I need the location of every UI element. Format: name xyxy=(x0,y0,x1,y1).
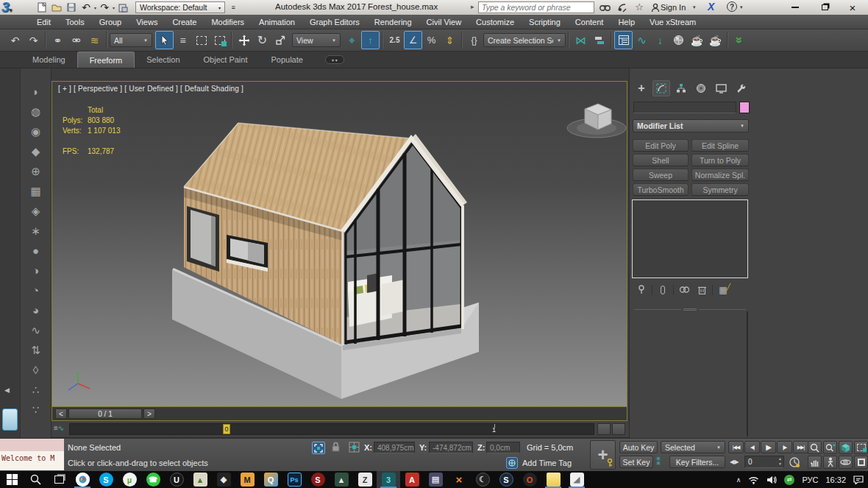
taskbar-photos-icon[interactable]: ◢ xyxy=(565,471,588,488)
modify-tab-icon[interactable] xyxy=(652,80,670,96)
time-slider-next-button[interactable]: > xyxy=(143,409,155,419)
maxscript-mini-listener[interactable]: Welcome to M xyxy=(0,451,65,470)
menu-views[interactable]: Views xyxy=(129,15,165,29)
time-marker[interactable]: 0 xyxy=(223,424,230,434)
select-and-move-icon[interactable] xyxy=(235,31,253,49)
zoom-region-icon[interactable] xyxy=(854,441,868,454)
redo-tool-icon[interactable]: ↷ xyxy=(24,31,43,49)
remove-modifier-icon[interactable] xyxy=(694,283,709,296)
project-folder-icon[interactable] xyxy=(116,1,129,13)
configure-modifier-sets-icon[interactable]: ▦╱ xyxy=(716,283,730,296)
freeform-tool-icon[interactable]: ∿ xyxy=(26,320,46,340)
freeform-tool-icon[interactable]: ∗ xyxy=(26,221,46,241)
viewport-menu-camera[interactable]: [ User Defined ] xyxy=(124,85,178,93)
taskbar-3ds-max-icon[interactable]: 3 xyxy=(377,471,400,488)
curve-editor-icon[interactable]: ∿ xyxy=(633,31,651,49)
close-button[interactable]: × xyxy=(842,1,864,14)
open-file-icon[interactable] xyxy=(50,1,63,13)
taskbar-zbrush-icon[interactable]: Z xyxy=(353,471,377,488)
render-setup-icon[interactable]: ☕ xyxy=(688,31,706,49)
modifier-button-normalize-spl[interactable]: Normalize Spl. xyxy=(691,169,749,181)
hierarchy-tab-icon[interactable] xyxy=(672,80,690,96)
menu-scripting[interactable]: Scripting xyxy=(522,15,568,29)
menu-vue-xstream[interactable]: Vue xStream xyxy=(642,15,703,29)
select-and-scale-icon[interactable] xyxy=(271,31,290,49)
x-coord-field[interactable]: 408,975cm xyxy=(374,442,415,453)
workspace-dropdown[interactable]: Workspace: Default▾ xyxy=(135,1,225,13)
view-cube[interactable] xyxy=(560,93,633,144)
material-editor-icon[interactable] xyxy=(669,31,688,49)
time-configuration-icon[interactable] xyxy=(789,456,800,468)
menu-edit[interactable]: Edit xyxy=(29,15,58,29)
viewport-menu-pov[interactable]: [ Perspective ] xyxy=(74,85,122,93)
tab-modeling[interactable]: Modeling xyxy=(21,52,77,68)
freeform-tool-icon[interactable]: ◗ xyxy=(26,82,46,102)
named-selection-dropdown[interactable]: Create Selection Se▼ xyxy=(483,33,566,47)
mini-curve-editor-icon[interactable]: ≡∿ xyxy=(54,424,64,432)
taskbar-whatsapp-icon[interactable]: ☎ xyxy=(141,471,165,488)
undo-tool-icon[interactable]: ↶ xyxy=(6,31,24,49)
walk-through-icon[interactable] xyxy=(823,456,837,469)
menu-customize[interactable]: Customize xyxy=(469,15,522,29)
docked-welcome-panel-icon[interactable] xyxy=(2,409,18,431)
ribbon-chevrons-icon[interactable]: » xyxy=(730,31,749,49)
freeform-tool-icon[interactable]: ◍ xyxy=(26,102,46,121)
search-binoculars-icon[interactable] xyxy=(598,1,611,13)
frame-spinner-icon[interactable]: ▲▼ xyxy=(778,456,782,467)
menu-group[interactable]: Group xyxy=(92,15,129,29)
time-slider-handle[interactable]: 0 / 1 xyxy=(68,409,142,419)
menu-graph-editors[interactable]: Graph Editors xyxy=(302,15,367,29)
key-filters-button[interactable]: Key Filters... xyxy=(669,456,725,468)
freeform-tool-icon[interactable]: ● xyxy=(26,241,46,261)
taskbar-unity-icon[interactable]: ◈ xyxy=(212,471,235,488)
render-production-icon[interactable]: ☕ xyxy=(706,31,725,49)
key-step-arrows-icon[interactable]: ◀▶ xyxy=(730,459,739,465)
viewport-menu-shading[interactable]: [ Default Shading ] xyxy=(180,85,243,93)
display-tab-icon[interactable] xyxy=(712,80,730,96)
z-coord-field[interactable]: 0,0cm xyxy=(486,442,520,453)
freeform-tool-icon[interactable]: ⇅ xyxy=(26,340,46,360)
select-by-name-icon[interactable]: ≡ xyxy=(174,31,192,49)
orbit-icon[interactable] xyxy=(839,456,853,469)
set-key-button[interactable]: Set Key xyxy=(619,456,653,468)
selection-lock-icon[interactable] xyxy=(331,442,341,453)
save-file-icon[interactable] xyxy=(65,1,78,13)
edit-named-selections-icon[interactable]: {} xyxy=(465,31,483,49)
modifier-stack[interactable] xyxy=(632,199,748,278)
schematic-view-icon[interactable]: ↓ xyxy=(651,31,669,49)
perspective-viewport[interactable]: [ + ] [ Perspective ] [ User Defined ] [… xyxy=(51,81,627,407)
selection-filter-dropdown[interactable]: All▼ xyxy=(110,33,152,47)
tab-populate[interactable]: Populate xyxy=(259,52,314,68)
undo-dropdown-icon[interactable]: ▾ xyxy=(94,5,96,10)
isolate-selection-icon[interactable] xyxy=(312,442,325,454)
autodesk-exchange-icon[interactable]: X xyxy=(708,1,714,13)
key-mode-dropdown[interactable]: Selected▼ xyxy=(661,441,725,453)
taskbar-autodesk-icon[interactable]: A xyxy=(400,471,424,488)
key-mode-toggle-icon[interactable]: ⁑ xyxy=(656,457,661,467)
taskbar-skype-icon[interactable]: S xyxy=(94,471,118,488)
track-bar-button[interactable] xyxy=(612,423,625,435)
taskbar-file-explorer-icon[interactable] xyxy=(541,471,565,488)
viewport-menu-general[interactable]: [ + ] xyxy=(58,85,71,93)
make-unique-icon[interactable] xyxy=(677,283,691,296)
use-pivot-center-icon[interactable]: ⌖ xyxy=(343,31,361,49)
tray-wifi-icon[interactable] xyxy=(748,475,759,484)
taskbar-marmoset-icon[interactable]: M xyxy=(235,471,259,488)
utilities-tab-icon[interactable] xyxy=(732,80,750,96)
menu-rendering[interactable]: Rendering xyxy=(367,15,419,29)
unlink-selection-icon[interactable]: ⚮ xyxy=(67,31,85,49)
tab-freeform[interactable]: Freeform xyxy=(77,52,135,68)
scene-explorer-icon[interactable] xyxy=(614,31,633,49)
zoom-icon[interactable] xyxy=(808,441,822,454)
mirror-icon[interactable]: ⋈ xyxy=(572,31,590,49)
modifier-button-shell[interactable]: Shell xyxy=(633,154,689,166)
taskbar-search-icon[interactable] xyxy=(24,471,47,488)
menu-modifiers[interactable]: Modifiers xyxy=(204,15,252,29)
set-keys-button[interactable]: + xyxy=(590,440,616,470)
tab-selection[interactable]: Selection xyxy=(135,52,191,68)
taskbar-steam-icon[interactable]: S xyxy=(494,471,518,488)
taskbar-quixel-icon[interactable]: Q xyxy=(259,471,282,488)
house-3d-model[interactable] xyxy=(133,96,501,406)
taskbar-substance-icon[interactable]: S xyxy=(306,471,330,488)
bind-to-space-warp-icon[interactable]: ≋ xyxy=(85,31,104,49)
